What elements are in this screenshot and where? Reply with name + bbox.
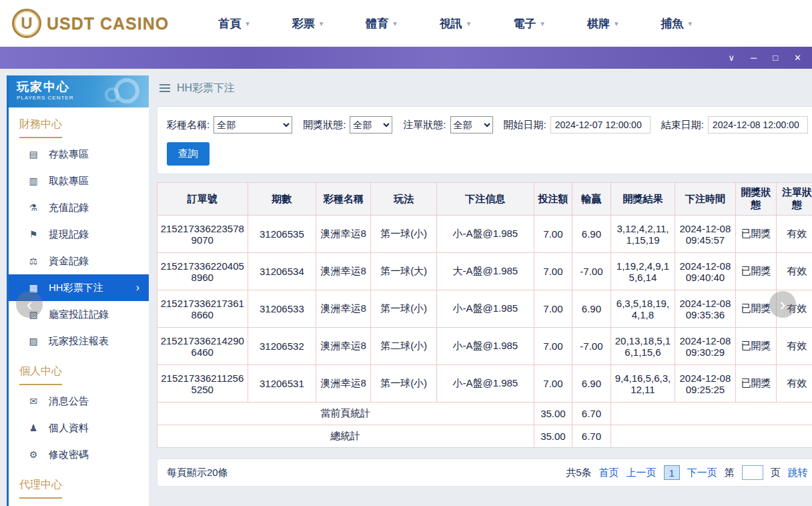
nav-item-fishing[interactable]: 捕魚 ▾: [639, 16, 713, 31]
cell-play-type: 第一球(大): [371, 253, 437, 290]
sidebar-item-withdraw-record[interactable]: ⚑ 提現記錄: [9, 221, 149, 248]
start-date-input[interactable]: [550, 116, 651, 134]
nav-label: 電子: [513, 16, 536, 31]
cell-order-status: 有效: [777, 365, 812, 403]
recharge-icon: ⚗: [27, 202, 39, 213]
cell-bet-info: 小-A盤@1.985: [436, 365, 534, 403]
cell-draw-status: 已開獎: [735, 216, 777, 253]
sidebar-item-recharge-record[interactable]: ⚗ 充值記錄: [9, 194, 149, 221]
first-page-link[interactable]: 首页: [599, 467, 619, 479]
current-page-indicator[interactable]: 1: [664, 465, 680, 480]
cell-lottery-name: 澳洲幸运8: [316, 253, 371, 290]
sidebar-item-change-password[interactable]: ⚙ 修改密碼: [9, 441, 149, 468]
carousel-left-button[interactable]: ‹: [16, 291, 43, 318]
cell-bet-info: 小-A盤@1.985: [436, 290, 534, 328]
window-maximize-button[interactable]: □: [773, 53, 778, 62]
cell-bet-time: 2024-12-08 09:35:36: [675, 290, 735, 328]
lottery-name-label: 彩種名稱:: [167, 119, 210, 132]
hamburger-menu-icon[interactable]: [159, 84, 170, 92]
search-button[interactable]: 查詢: [167, 142, 210, 166]
table-row: 2152173362142906460 31206532 澳洲幸运8 第二球(小…: [157, 328, 812, 365]
content-header: HH彩票下注: [157, 75, 812, 101]
top-navigation-bar: U USDT CASINO 首頁 ▾ 彩票 ▾ 體育 ▾ 視訊 ▾ 電子 ▾ 棋…: [0, 0, 812, 47]
draw-status-select[interactable]: 全部: [350, 116, 392, 134]
cell-play-type: 第一球(小): [371, 290, 437, 328]
lottery-name-select[interactable]: 全部: [214, 116, 292, 134]
cell-lottery-name: 澳洲幸运8: [316, 290, 371, 328]
chevron-right-icon: ›: [136, 282, 139, 294]
chevron-down-icon: ▾: [615, 19, 619, 28]
order-status-select[interactable]: 全部: [450, 116, 493, 134]
col-period: 期數: [248, 183, 316, 216]
jump-prefix-text: 第: [725, 467, 735, 479]
nav-label: 捕魚: [661, 16, 683, 31]
bets-table: 訂單號 期數 彩種名稱 玩法 下注信息 投注額 輸贏 開獎結果 下注時間 開獎狀…: [157, 182, 812, 448]
nav-item-slots[interactable]: 電子 ▾: [492, 16, 566, 31]
page-summary-win-loss: 6.70: [572, 403, 611, 425]
cell-bet-info: 小-A盤@1.985: [436, 216, 534, 253]
cell-lottery-name: 澳洲幸运8: [316, 328, 371, 365]
nav-item-cards[interactable]: 棋牌 ▾: [566, 16, 640, 31]
sidebar-item-player-bet-report[interactable]: ▨ 玩家投注報表: [9, 328, 149, 354]
col-draw-result: 開獎結果: [611, 183, 675, 216]
cell-draw-result: 20,13,18,5,16,1,15,6: [611, 328, 675, 365]
sidebar-item-profile[interactable]: ♟ 個人資料: [9, 415, 149, 441]
sidebar-subtitle: PLAYERS CENTER: [17, 95, 141, 101]
window-minimize-button[interactable]: ─: [751, 53, 757, 62]
nav-item-lottery[interactable]: 彩票 ▾: [271, 16, 345, 31]
main-nav: 首頁 ▾ 彩票 ▾ 體育 ▾ 視訊 ▾ 電子 ▾ 棋牌 ▾ 捕魚 ▾: [197, 16, 713, 31]
sidebar-item-label: 存款專區: [49, 148, 89, 161]
cell-bet-info: 大-A盤@1.985: [436, 253, 534, 290]
end-date-input[interactable]: [708, 116, 808, 134]
section-heading-finance: 財務中心: [9, 107, 149, 141]
cell-order-status: 有效: [777, 253, 812, 290]
carousel-right-button[interactable]: ›: [769, 291, 796, 318]
next-page-link[interactable]: 下一页: [687, 467, 717, 479]
sidebar-item-deposit-area[interactable]: ▤ 存款專區: [9, 141, 149, 168]
cell-draw-result: 1,19,2,4,9,15,6,14: [611, 253, 675, 290]
end-date-label: 結束日期:: [661, 119, 704, 132]
cell-play-type: 第二球(小): [371, 328, 437, 365]
page-title: HH彩票下注: [177, 81, 235, 95]
section-heading-agent: 代理中心: [9, 468, 149, 501]
col-win-loss: 輸贏: [572, 183, 611, 216]
grand-total-bet-amount: 35.00: [534, 425, 572, 448]
money-bag-icon: ⚖: [27, 256, 39, 266]
sidebar-item-funds-record[interactable]: ⚖ 資金記錄: [9, 248, 149, 274]
logo-u-icon: U: [12, 9, 41, 38]
cell-period: 31206534: [248, 253, 316, 290]
col-draw-status: 開獎狀態: [735, 183, 777, 216]
table-row: 2152173362173618660 31206533 澳洲幸运8 第一球(小…: [157, 290, 812, 328]
cell-bet-time: 2024-12-08 09:25:25: [675, 365, 735, 403]
nav-item-home[interactable]: 首頁 ▾: [197, 16, 271, 31]
nav-item-live[interactable]: 視訊 ▾: [418, 16, 492, 31]
chevron-down-icon: ▾: [246, 19, 250, 28]
nav-label: 棋牌: [587, 16, 610, 31]
filter-panel: 彩種名稱: 全部 開獎狀態: 全部 注單狀態: 全部 開始日期: 結束日期: 查…: [157, 106, 812, 174]
nav-label: 視訊: [440, 16, 462, 31]
cell-lottery-name: 澳洲幸运8: [316, 365, 371, 403]
cell-play-type: 第一球(小): [371, 216, 437, 253]
sidebar-item-withdraw-area[interactable]: ▥ 取款專區: [9, 168, 149, 194]
nav-label: 彩票: [292, 16, 315, 31]
jump-action-link[interactable]: 跳转: [788, 467, 808, 479]
prev-page-link[interactable]: 上一页: [627, 467, 657, 479]
cell-order-number: 2152173362235789070: [157, 216, 248, 253]
cell-bet-amount: 7.00: [534, 290, 572, 328]
nav-item-sports[interactable]: 體育 ▾: [344, 16, 418, 31]
cell-play-type: 第一球(小): [371, 365, 437, 403]
pagination-bar: 每頁顯示20條 共5条 首页 上一页 1 下一页 第 页 跳转: [157, 459, 812, 487]
cell-win-loss: 6.90: [572, 290, 611, 328]
start-date-label: 開始日期:: [504, 119, 546, 132]
usdt-casino-logo[interactable]: U USDT CASINO: [12, 9, 169, 38]
window-collapse-button[interactable]: ∨: [729, 53, 735, 62]
window-close-button[interactable]: ✕: [794, 53, 801, 62]
cell-draw-status: 已開獎: [735, 365, 777, 403]
cell-bet-time: 2024-12-08 09:45:57: [675, 216, 735, 253]
page-jump-input[interactable]: [742, 465, 763, 480]
cell-period: 31206533: [248, 290, 316, 328]
sidebar-item-announcements[interactable]: ✉ 消息公告: [9, 388, 149, 415]
tag-icon: ⚑: [27, 229, 39, 240]
cell-bet-amount: 7.00: [534, 253, 572, 290]
cell-bet-amount: 7.00: [534, 216, 572, 253]
